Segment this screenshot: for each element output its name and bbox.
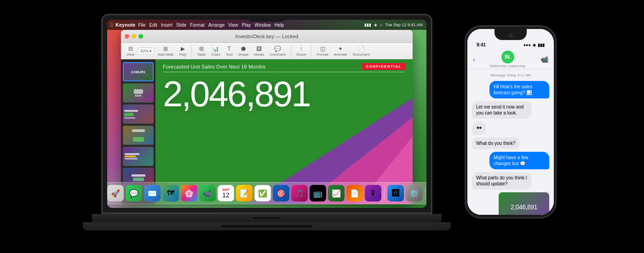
slide-thumb-4[interactable] — [123, 126, 154, 145]
menu-edit[interactable]: Edit — [150, 23, 157, 28]
table-icon: ⊞ — [199, 46, 204, 52]
slide-thumb-3[interactable] — [123, 104, 154, 124]
imessage-body: Message Today 9:11 AM Hil How's the sale… — [467, 69, 554, 215]
macbook-screen:  Keynote File Edit Insert Slide Format … — [107, 20, 426, 208]
dock-icon-photos[interactable]: 🌸 — [181, 185, 197, 201]
search-icon[interactable]: ⌕ — [380, 23, 382, 27]
front-camera — [508, 33, 513, 38]
message-row-3: What do you think? — [472, 138, 549, 149]
slide-divider-line — [163, 72, 405, 72]
toolbar-view[interactable]: ⊟ View — [125, 46, 136, 57]
contact-info[interactable]: BL Battleship Leadership — [479, 51, 537, 68]
macbook-bottom-bezel — [92, 214, 442, 222]
contact-name-label: Battleship Leadership — [490, 64, 525, 68]
menu-arrange[interactable]: Arrange — [208, 23, 225, 28]
toolbar-comment[interactable]: 💬 Comment — [268, 46, 288, 57]
dock-icon-messages[interactable]: 💬 — [126, 185, 142, 201]
menu-help[interactable]: Help — [275, 23, 284, 28]
dock-icon-calendar[interactable]: SEP 12 — [218, 185, 234, 201]
macos-status-area: ▮▮▮ ◈ ⌕ Tue Sep 12 9:41 AM — [364, 23, 423, 27]
toolbar-format[interactable]: ◫ Format — [315, 46, 330, 57]
slide-header: Forecasted Unit Sales Over Next 18 Month… — [163, 63, 405, 70]
keynote-window: InvestorDeck.key — Locked ⊟ View 62% ▾ ⊞… — [121, 30, 413, 204]
back-button[interactable]: ‹ — [473, 56, 475, 63]
menu-file[interactable]: File — [138, 23, 145, 28]
dock-icon-notes[interactable]: 📝 — [236, 185, 253, 201]
animate-icon: ✦ — [338, 46, 343, 52]
dock-icon-launchpad[interactable]: 🚀 — [107, 185, 124, 201]
menu-view[interactable]: View — [228, 23, 238, 28]
menu-format[interactable]: Format — [190, 23, 205, 28]
dock-icon-keynote[interactable]: 🎯 — [273, 185, 289, 201]
bubble-dots: •• — [472, 121, 486, 135]
slide-thumb-preview-2: 52945 — [123, 84, 153, 102]
toolbar-chart[interactable]: 📊 Chart — [209, 46, 222, 57]
dock-icon-mail[interactable]: ✉️ — [144, 185, 161, 201]
iphone-time: 9:41 — [477, 42, 486, 47]
macbook-notch — [248, 15, 285, 22]
toolbar-divider-3 — [311, 46, 311, 57]
minimize-button[interactable] — [132, 34, 136, 39]
confidential-badge: CONFIDENTIAL — [362, 63, 405, 70]
toolbar-table[interactable]: ⊞ Table — [195, 46, 207, 57]
iphone-screen: 9:41 ●●● ◈ ▮▮▮ ‹ BL Battleship Leadershi… — [467, 29, 554, 215]
battery-icon: ▮▮▮ — [364, 23, 371, 27]
macbook-hinge — [221, 225, 313, 228]
macbook-camera — [253, 217, 281, 219]
dock-icon-appletv[interactable]: 📺 — [310, 185, 326, 201]
apple-logo-icon:  — [111, 22, 113, 28]
toolbar-text[interactable]: T Text — [224, 46, 235, 57]
dock-icon-settings[interactable]: ⚙️ — [406, 185, 422, 201]
keynote-toolbar: ⊟ View 62% ▾ ⊞ Add Slide ▶ Play — [121, 43, 413, 59]
slide-thumb-preview-3 — [123, 105, 153, 123]
bubble-text-4: Might have a few changes but 💬 — [494, 155, 529, 166]
iphone-notch — [494, 29, 527, 40]
slide-preview-attachment[interactable]: 2,046,891 — [499, 192, 549, 215]
menu-slide[interactable]: Slide — [176, 23, 186, 28]
toolbar-media[interactable]: 🖼 Media — [253, 46, 266, 57]
dock-icon-reminders[interactable]: ✅ — [254, 185, 271, 201]
contact-initials: BL — [505, 54, 511, 59]
message-row-dots: •• — [472, 121, 549, 135]
add-slide-icon: ⊞ — [163, 46, 168, 52]
typing-dots: •• — [477, 124, 482, 132]
iphone-device: 9:41 ●●● ◈ ▮▮▮ ‹ BL Battleship Leadershi… — [465, 25, 557, 218]
bubble-received-2: What do you think? — [472, 138, 520, 149]
text-icon: T — [227, 46, 230, 52]
menu-window[interactable]: Window — [254, 23, 271, 28]
dock-icon-maps[interactable]: 🗺 — [162, 185, 179, 201]
toolbar-shape[interactable]: ⬟ Shape — [236, 46, 250, 57]
slide-thumb-5[interactable] — [123, 147, 154, 166]
dock-icon-podcasts[interactable]: 🎙 — [365, 185, 381, 201]
message-row-5: What parts do you think I should update? — [472, 172, 549, 190]
facetime-button[interactable]: 📹 — [540, 56, 548, 63]
close-button[interactable] — [125, 34, 129, 39]
slide-thumb-1[interactable]: 2,046,891 — [123, 62, 154, 81]
media-icon: 🖼 — [256, 46, 262, 52]
menu-play[interactable]: Play — [242, 23, 251, 28]
dock-icon-facetime[interactable]: 📹 — [199, 185, 216, 201]
toolbar-add-slide[interactable]: ⊞ Add Slide — [156, 46, 175, 57]
dock-icon-appstore[interactable]: 🅰 — [387, 185, 404, 201]
dock-icon-music[interactable]: 🎵 — [291, 185, 308, 201]
toolbar-animate[interactable]: ✦ Animate — [332, 46, 349, 57]
message-row-2: Let me send it now and you can take a lo… — [472, 101, 549, 119]
zoom-control[interactable]: 62% ▾ — [138, 47, 154, 55]
imessage-navbar: ‹ BL Battleship Leadership 📹 — [467, 49, 554, 69]
toolbar-document[interactable]: 📄 Document — [351, 46, 371, 57]
message-row-slide-preview: 2,046,891 Delivered — [472, 192, 549, 215]
dock-icon-numbers[interactable]: 📈 — [328, 185, 345, 201]
toolbar-play[interactable]: ▶ Play — [177, 46, 188, 57]
menu-insert[interactable]: Insert — [161, 23, 172, 28]
slide-thumb-2[interactable]: 52945 — [123, 83, 154, 103]
bubble-sent-2: Might have a few changes but 💬 — [489, 152, 549, 169]
macbook-base — [83, 222, 451, 230]
contact-avatar: BL — [501, 51, 514, 63]
dock-icon-pages[interactable]: 📄 — [346, 185, 363, 201]
toolbar-share[interactable]: ↑ Share — [294, 46, 308, 57]
play-icon: ▶ — [181, 46, 185, 52]
maximize-button[interactable] — [138, 34, 143, 39]
app-name-label[interactable]: Keynote — [115, 22, 135, 28]
slide-thumb-preview-4 — [123, 126, 153, 144]
window-controls[interactable] — [125, 34, 143, 39]
